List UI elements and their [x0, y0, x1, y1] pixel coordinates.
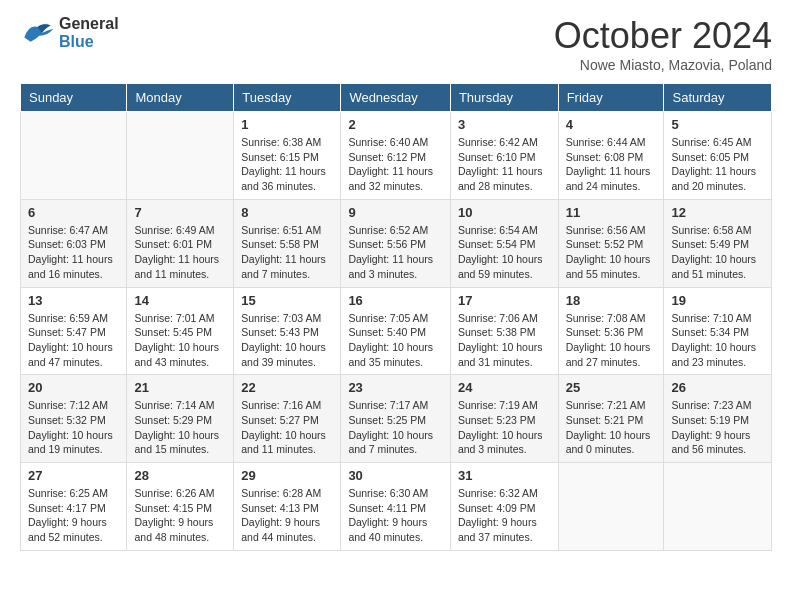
day-number: 16	[348, 293, 443, 308]
calendar-week-row: 6Sunrise: 6:47 AM Sunset: 6:03 PM Daylig…	[21, 199, 772, 287]
day-number: 2	[348, 117, 443, 132]
day-info: Sunrise: 7:21 AM Sunset: 5:21 PM Dayligh…	[566, 398, 657, 457]
month-title: October 2024	[554, 15, 772, 57]
day-info: Sunrise: 6:32 AM Sunset: 4:09 PM Dayligh…	[458, 486, 551, 545]
day-number: 26	[671, 380, 764, 395]
calendar-day-cell: 27Sunrise: 6:25 AM Sunset: 4:17 PM Dayli…	[21, 463, 127, 551]
calendar-day-cell: 26Sunrise: 7:23 AM Sunset: 5:19 PM Dayli…	[664, 375, 772, 463]
day-info: Sunrise: 6:26 AM Sunset: 4:15 PM Dayligh…	[134, 486, 226, 545]
day-info: Sunrise: 6:56 AM Sunset: 5:52 PM Dayligh…	[566, 223, 657, 282]
calendar-week-row: 20Sunrise: 7:12 AM Sunset: 5:32 PM Dayli…	[21, 375, 772, 463]
calendar-day-cell: 14Sunrise: 7:01 AM Sunset: 5:45 PM Dayli…	[127, 287, 234, 375]
day-number: 7	[134, 205, 226, 220]
location: Nowe Miasto, Mazovia, Poland	[554, 57, 772, 73]
calendar-day-cell	[664, 463, 772, 551]
col-thursday: Thursday	[450, 84, 558, 112]
calendar-day-cell: 30Sunrise: 6:30 AM Sunset: 4:11 PM Dayli…	[341, 463, 451, 551]
page-header: General Blue October 2024 Nowe Miasto, M…	[20, 15, 772, 73]
day-number: 17	[458, 293, 551, 308]
calendar-day-cell: 20Sunrise: 7:12 AM Sunset: 5:32 PM Dayli…	[21, 375, 127, 463]
day-info: Sunrise: 7:17 AM Sunset: 5:25 PM Dayligh…	[348, 398, 443, 457]
day-number: 21	[134, 380, 226, 395]
calendar-day-cell: 7Sunrise: 6:49 AM Sunset: 6:01 PM Daylig…	[127, 199, 234, 287]
day-number: 23	[348, 380, 443, 395]
day-number: 28	[134, 468, 226, 483]
calendar-day-cell: 3Sunrise: 6:42 AM Sunset: 6:10 PM Daylig…	[450, 112, 558, 200]
calendar-week-row: 1Sunrise: 6:38 AM Sunset: 6:15 PM Daylig…	[21, 112, 772, 200]
calendar-week-row: 13Sunrise: 6:59 AM Sunset: 5:47 PM Dayli…	[21, 287, 772, 375]
calendar-day-cell: 13Sunrise: 6:59 AM Sunset: 5:47 PM Dayli…	[21, 287, 127, 375]
calendar-day-cell: 22Sunrise: 7:16 AM Sunset: 5:27 PM Dayli…	[234, 375, 341, 463]
day-number: 27	[28, 468, 119, 483]
day-info: Sunrise: 7:10 AM Sunset: 5:34 PM Dayligh…	[671, 311, 764, 370]
logo-icon	[20, 19, 55, 47]
col-sunday: Sunday	[21, 84, 127, 112]
calendar-day-cell: 12Sunrise: 6:58 AM Sunset: 5:49 PM Dayli…	[664, 199, 772, 287]
day-number: 29	[241, 468, 333, 483]
day-number: 11	[566, 205, 657, 220]
day-number: 14	[134, 293, 226, 308]
day-info: Sunrise: 6:30 AM Sunset: 4:11 PM Dayligh…	[348, 486, 443, 545]
calendar-week-row: 27Sunrise: 6:25 AM Sunset: 4:17 PM Dayli…	[21, 463, 772, 551]
calendar-day-cell: 10Sunrise: 6:54 AM Sunset: 5:54 PM Dayli…	[450, 199, 558, 287]
col-saturday: Saturday	[664, 84, 772, 112]
day-number: 22	[241, 380, 333, 395]
calendar-day-cell	[21, 112, 127, 200]
day-info: Sunrise: 7:03 AM Sunset: 5:43 PM Dayligh…	[241, 311, 333, 370]
calendar-day-cell	[558, 463, 664, 551]
day-info: Sunrise: 6:38 AM Sunset: 6:15 PM Dayligh…	[241, 135, 333, 194]
logo-blue: Blue	[59, 33, 119, 51]
day-number: 4	[566, 117, 657, 132]
calendar-day-cell: 5Sunrise: 6:45 AM Sunset: 6:05 PM Daylig…	[664, 112, 772, 200]
day-info: Sunrise: 7:06 AM Sunset: 5:38 PM Dayligh…	[458, 311, 551, 370]
day-number: 9	[348, 205, 443, 220]
day-number: 24	[458, 380, 551, 395]
day-info: Sunrise: 6:52 AM Sunset: 5:56 PM Dayligh…	[348, 223, 443, 282]
logo: General Blue	[20, 15, 119, 51]
col-wednesday: Wednesday	[341, 84, 451, 112]
day-number: 31	[458, 468, 551, 483]
day-info: Sunrise: 6:51 AM Sunset: 5:58 PM Dayligh…	[241, 223, 333, 282]
calendar-day-cell: 24Sunrise: 7:19 AM Sunset: 5:23 PM Dayli…	[450, 375, 558, 463]
day-info: Sunrise: 6:42 AM Sunset: 6:10 PM Dayligh…	[458, 135, 551, 194]
calendar-day-cell: 16Sunrise: 7:05 AM Sunset: 5:40 PM Dayli…	[341, 287, 451, 375]
day-number: 3	[458, 117, 551, 132]
day-number: 1	[241, 117, 333, 132]
day-number: 30	[348, 468, 443, 483]
calendar-day-cell: 11Sunrise: 6:56 AM Sunset: 5:52 PM Dayli…	[558, 199, 664, 287]
calendar-day-cell: 25Sunrise: 7:21 AM Sunset: 5:21 PM Dayli…	[558, 375, 664, 463]
day-info: Sunrise: 7:12 AM Sunset: 5:32 PM Dayligh…	[28, 398, 119, 457]
day-number: 5	[671, 117, 764, 132]
col-tuesday: Tuesday	[234, 84, 341, 112]
day-info: Sunrise: 6:47 AM Sunset: 6:03 PM Dayligh…	[28, 223, 119, 282]
calendar-day-cell	[127, 112, 234, 200]
day-info: Sunrise: 7:23 AM Sunset: 5:19 PM Dayligh…	[671, 398, 764, 457]
day-info: Sunrise: 6:40 AM Sunset: 6:12 PM Dayligh…	[348, 135, 443, 194]
day-info: Sunrise: 6:49 AM Sunset: 6:01 PM Dayligh…	[134, 223, 226, 282]
day-info: Sunrise: 6:28 AM Sunset: 4:13 PM Dayligh…	[241, 486, 333, 545]
calendar-day-cell: 8Sunrise: 6:51 AM Sunset: 5:58 PM Daylig…	[234, 199, 341, 287]
calendar-day-cell: 2Sunrise: 6:40 AM Sunset: 6:12 PM Daylig…	[341, 112, 451, 200]
calendar-day-cell: 31Sunrise: 6:32 AM Sunset: 4:09 PM Dayli…	[450, 463, 558, 551]
day-info: Sunrise: 7:01 AM Sunset: 5:45 PM Dayligh…	[134, 311, 226, 370]
logo-text: General Blue	[59, 15, 119, 51]
day-number: 20	[28, 380, 119, 395]
day-info: Sunrise: 6:45 AM Sunset: 6:05 PM Dayligh…	[671, 135, 764, 194]
day-info: Sunrise: 7:08 AM Sunset: 5:36 PM Dayligh…	[566, 311, 657, 370]
col-friday: Friday	[558, 84, 664, 112]
day-number: 12	[671, 205, 764, 220]
day-info: Sunrise: 6:59 AM Sunset: 5:47 PM Dayligh…	[28, 311, 119, 370]
calendar-table: Sunday Monday Tuesday Wednesday Thursday…	[20, 83, 772, 551]
day-number: 15	[241, 293, 333, 308]
calendar-day-cell: 28Sunrise: 6:26 AM Sunset: 4:15 PM Dayli…	[127, 463, 234, 551]
day-info: Sunrise: 6:25 AM Sunset: 4:17 PM Dayligh…	[28, 486, 119, 545]
day-info: Sunrise: 7:14 AM Sunset: 5:29 PM Dayligh…	[134, 398, 226, 457]
day-number: 25	[566, 380, 657, 395]
day-info: Sunrise: 7:05 AM Sunset: 5:40 PM Dayligh…	[348, 311, 443, 370]
page-container: General Blue October 2024 Nowe Miasto, M…	[0, 0, 792, 566]
day-info: Sunrise: 7:16 AM Sunset: 5:27 PM Dayligh…	[241, 398, 333, 457]
day-info: Sunrise: 6:44 AM Sunset: 6:08 PM Dayligh…	[566, 135, 657, 194]
calendar-day-cell: 17Sunrise: 7:06 AM Sunset: 5:38 PM Dayli…	[450, 287, 558, 375]
calendar-day-cell: 23Sunrise: 7:17 AM Sunset: 5:25 PM Dayli…	[341, 375, 451, 463]
calendar-day-cell: 1Sunrise: 6:38 AM Sunset: 6:15 PM Daylig…	[234, 112, 341, 200]
